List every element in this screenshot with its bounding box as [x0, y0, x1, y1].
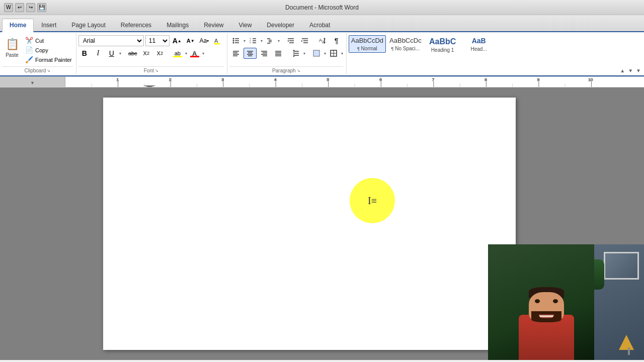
sort-button[interactable]: A Z	[316, 35, 329, 46]
increase-indent-button[interactable]	[298, 35, 311, 46]
styles-scroll-up[interactable]: ▲	[620, 68, 625, 73]
tab-review[interactable]: Review	[196, 19, 231, 31]
bullets-icon	[232, 37, 240, 45]
align-right-button[interactable]	[258, 48, 271, 59]
numbering-dropdown[interactable]: ▾	[261, 39, 263, 43]
styles-section-label: ▲ ▼ ▼	[349, 67, 641, 74]
svg-marker-29	[324, 38, 326, 39]
paste-label: Paste	[6, 52, 19, 58]
tab-references[interactable]: References	[113, 19, 159, 31]
title-bar: W ↩ ↪ 💾 Document - Microsoft Word	[0, 0, 644, 15]
borders-button[interactable]	[327, 48, 340, 59]
font-section-label[interactable]: Font ↘	[78, 66, 224, 74]
tab-page-layout[interactable]: Page Layout	[64, 19, 113, 31]
tab-acrobat[interactable]: Acrobat	[302, 19, 338, 31]
justify-button[interactable]	[272, 48, 285, 59]
change-case-button[interactable]: Aa▾	[198, 35, 210, 46]
style-no-spacing[interactable]: AaBbCcDc ¶ No Spaci...	[387, 35, 424, 53]
font-size-select[interactable]: 11	[145, 35, 170, 46]
tab-developer[interactable]: Developer	[259, 19, 302, 31]
font-section: Arial 11 A▲ A▼ Aa▾ A B I U ▾	[76, 33, 227, 74]
multilevel-icon	[266, 37, 274, 45]
svg-text:2: 2	[169, 77, 172, 82]
svg-text:10: 10	[588, 77, 593, 82]
paste-button[interactable]: 📋 Paste	[2, 35, 22, 59]
styles-expand-icon[interactable]: ▼	[636, 68, 641, 73]
align-center-button[interactable]	[244, 48, 257, 59]
clipboard-section-label[interactable]: Clipboard ↘	[2, 66, 73, 74]
style-no-spacing-label: ¶ No Spaci...	[391, 46, 420, 51]
document-page[interactable]: I≡	[103, 98, 516, 350]
shading-button[interactable]	[310, 48, 323, 59]
paragraph-section-label[interactable]: Paragraph ↘	[229, 66, 343, 74]
font-color-button[interactable]: A	[189, 48, 201, 59]
styles-scroll-down[interactable]: ▼	[628, 68, 633, 73]
justify-icon	[274, 49, 282, 57]
format-painter-button[interactable]: 🖌️ Format Painter	[24, 55, 73, 64]
clear-formatting-button[interactable]: A	[212, 35, 224, 46]
line-spacing-dropdown[interactable]: ▾	[303, 51, 305, 56]
align-right-icon	[260, 49, 268, 57]
styles-section: AaBbCcDd ¶ Normal AaBbCcDc ¶ No Spaci...…	[347, 33, 644, 74]
cursor-symbol: I≡	[368, 195, 377, 207]
line-spacing-button[interactable]	[289, 48, 302, 59]
word-icon[interactable]: W	[4, 3, 13, 12]
tab-insert[interactable]: Insert	[34, 19, 64, 31]
superscript-button[interactable]: X2	[154, 48, 166, 59]
borders-dropdown[interactable]: ▾	[341, 51, 343, 56]
highlight-dropdown[interactable]: ▾	[185, 51, 187, 56]
svg-text:3.: 3.	[250, 41, 251, 44]
font-expand-icon[interactable]: ↘	[155, 68, 158, 73]
underline-dropdown[interactable]: ▾	[119, 51, 121, 56]
sort-icon: A Z	[318, 37, 327, 45]
subscript-button[interactable]: X2	[140, 48, 152, 59]
clipboard-expand-icon[interactable]: ↘	[47, 68, 50, 73]
decrease-indent-icon	[287, 37, 295, 45]
decrease-indent-button[interactable]	[284, 35, 297, 46]
bullets-dropdown[interactable]: ▾	[244, 39, 246, 43]
copy-button[interactable]: 📄 Copy	[24, 46, 73, 54]
svg-text:7: 7	[432, 77, 435, 82]
paste-icon: 📋	[4, 36, 20, 52]
show-marks-button[interactable]: ¶	[330, 35, 343, 46]
align-left-icon	[232, 49, 240, 57]
style-heading1[interactable]: AaBbC Heading 1	[425, 35, 460, 54]
highlight-color-button[interactable]: ab	[172, 48, 184, 59]
bold-button[interactable]: B	[78, 48, 91, 59]
tab-mailings[interactable]: Mailings	[159, 19, 196, 31]
font-family-select[interactable]: Arial	[78, 35, 144, 46]
save-button[interactable]: 💾	[37, 3, 46, 12]
align-left-button[interactable]	[229, 48, 243, 59]
cut-button[interactable]: ✂️ Cut	[24, 36, 73, 45]
svg-point-3	[232, 40, 234, 42]
italic-button[interactable]: I	[92, 48, 104, 59]
paragraph-expand-icon[interactable]: ↘	[297, 68, 300, 73]
copy-label: Copy	[35, 47, 48, 53]
multilevel-list-button[interactable]	[264, 35, 277, 46]
styles-gallery: AaBbCcDd ¶ Normal AaBbCcDc ¶ No Spaci...…	[349, 35, 641, 67]
cursor-indicator: I≡	[350, 178, 395, 223]
svg-text:1: 1	[116, 77, 119, 82]
tab-home[interactable]: Home	[2, 19, 34, 32]
paragraph-mark: ¶	[357, 46, 360, 51]
undo-button[interactable]: ↩	[15, 3, 24, 12]
strikethrough-button[interactable]: abc	[127, 48, 139, 59]
shrink-font-button[interactable]: A▼	[185, 35, 197, 46]
multilevel-dropdown[interactable]: ▾	[278, 39, 280, 43]
style-heading2[interactable]: AaB Head...	[461, 35, 497, 53]
svg-rect-53	[313, 50, 319, 56]
tab-view[interactable]: View	[231, 19, 260, 31]
svg-text:5: 5	[327, 77, 330, 82]
grow-font-button[interactable]: A▲	[171, 35, 183, 46]
numbering-button[interactable]: 1. 2. 3.	[247, 35, 260, 46]
line-spacing-icon	[292, 49, 300, 57]
svg-marker-21	[287, 40, 289, 42]
style-normal[interactable]: AaBbCcDd ¶ Normal	[349, 35, 386, 53]
svg-marker-25	[301, 40, 303, 42]
bullets-button[interactable]	[229, 35, 243, 46]
svg-text:8: 8	[485, 77, 487, 82]
redo-button[interactable]: ↪	[26, 3, 35, 12]
font-color-dropdown[interactable]: ▾	[202, 51, 204, 56]
shading-dropdown[interactable]: ▾	[324, 51, 326, 56]
underline-button[interactable]: U	[106, 48, 118, 59]
